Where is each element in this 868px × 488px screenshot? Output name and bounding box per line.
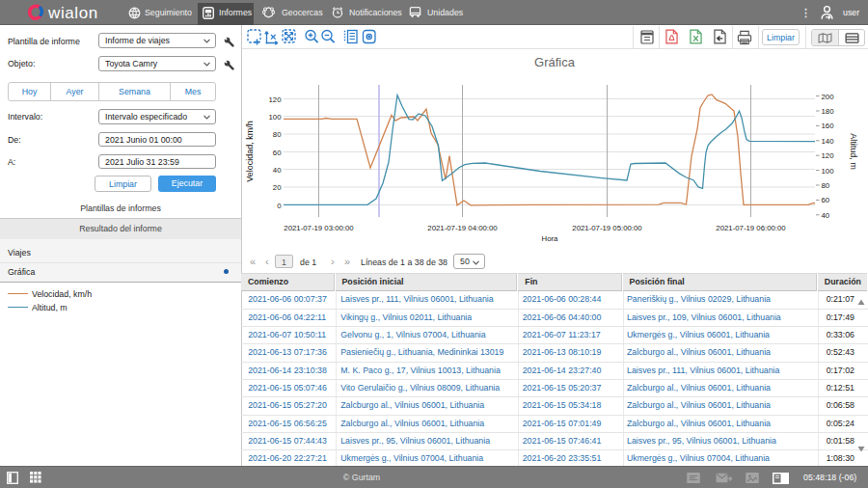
svg-text:40: 40 xyxy=(273,166,282,175)
svg-text:Velocidad, km/h: Velocidad, km/h xyxy=(245,121,255,182)
svg-text:160: 160 xyxy=(822,122,835,130)
svg-text:60: 60 xyxy=(273,149,282,157)
svg-text:80: 80 xyxy=(273,130,282,139)
svg-text:180: 180 xyxy=(822,107,835,116)
svg-text:120: 120 xyxy=(268,95,282,104)
svg-text:60: 60 xyxy=(822,196,830,204)
svg-text:Gráfica: Gráfica xyxy=(534,55,576,69)
svg-text:40: 40 xyxy=(822,211,830,220)
svg-text:20: 20 xyxy=(273,183,282,192)
svg-text:120: 120 xyxy=(822,151,835,160)
svg-text:Altitud, m: Altitud, m xyxy=(849,133,858,170)
svg-text:200: 200 xyxy=(822,93,835,101)
svg-text:2021-07-19 06:00:00: 2021-07-19 06:00:00 xyxy=(716,224,786,232)
svg-text:2021-07-19 05:00:00: 2021-07-19 05:00:00 xyxy=(572,224,642,232)
svg-text:2021-07-19 03:00:00: 2021-07-19 03:00:00 xyxy=(284,224,354,232)
svg-text:Hora: Hora xyxy=(542,234,559,243)
svg-text:100: 100 xyxy=(822,167,835,176)
svg-text:2021-07-19 04:00:00: 2021-07-19 04:00:00 xyxy=(427,224,498,232)
svg-text:140: 140 xyxy=(822,137,835,146)
svg-text:80: 80 xyxy=(822,181,830,190)
svg-text:0: 0 xyxy=(277,202,282,210)
svg-text:100: 100 xyxy=(268,113,282,122)
